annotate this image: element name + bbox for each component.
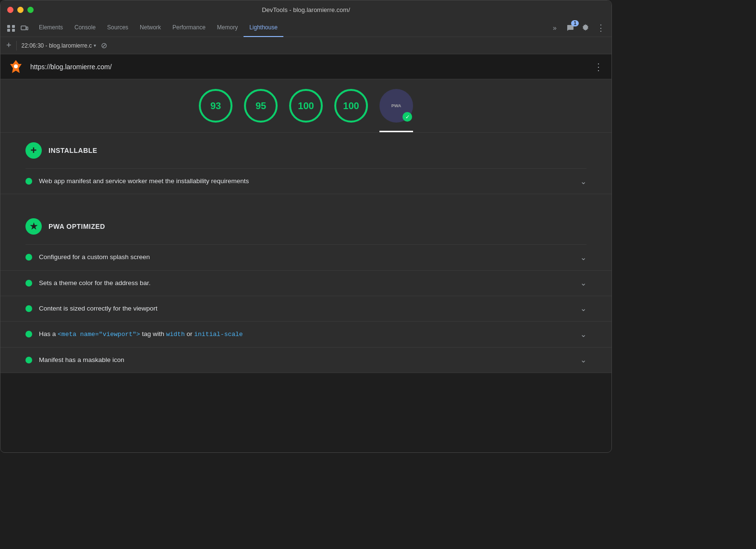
svg-rect-3 [12, 29, 15, 32]
pwa-section-icon: ★ [25, 218, 42, 235]
tab-performance[interactable]: Performance [167, 19, 211, 37]
more-tabs-button[interactable]: » [548, 21, 561, 35]
svg-rect-0 [7, 25, 10, 28]
cancel-session-button[interactable]: ⊘ [101, 41, 107, 50]
audit-text-pwa-5: Manifest has a maskable icon [39, 355, 573, 365]
audit-text-pwa-4: Has a <meta name="viewport"> tag with wi… [39, 329, 573, 339]
svg-rect-5 [26, 27, 28, 30]
lighthouse-logo [8, 59, 24, 75]
session-selector[interactable]: 22:06:30 - blog.laromierre.c ▾ [22, 42, 97, 49]
score-seo[interactable]: 100 [334, 89, 368, 123]
installable-section-icon: + [25, 142, 42, 159]
pwa-check-icon: ✓ [402, 112, 412, 122]
audit-pass-dot [25, 178, 32, 185]
tabs-list: Elements Console Sources Network Perform… [33, 19, 283, 37]
tab-elements[interactable]: Elements [33, 19, 69, 37]
section-spacer [0, 194, 611, 209]
audit-pass-dot [25, 305, 32, 312]
score-accessibility[interactable]: 95 [244, 89, 278, 123]
devtools-icon-btn[interactable] [4, 21, 18, 35]
more-options-button[interactable]: ⋮ [594, 21, 608, 35]
svg-rect-4 [21, 26, 26, 30]
svg-point-8 [14, 64, 18, 68]
tab-console[interactable]: Console [69, 19, 101, 37]
audit-pass-dot [25, 357, 32, 363]
toolbar-row: + 22:06:30 - blog.laromierre.c ▾ ⊘ [0, 37, 611, 54]
tabs-right-actions: » 1 ⋮ [548, 21, 608, 35]
main-content: + INSTALLABLE Web app manifest and servi… [0, 133, 611, 373]
code-meta-viewport: <meta name="viewport"> [58, 331, 140, 338]
traffic-lights [7, 7, 34, 13]
title-bar: DevTools - blog.laromierre.com/ [0, 0, 611, 19]
devtools-tabs-bar: Elements Console Sources Network Perform… [0, 19, 611, 37]
audit-text-installable-1: Web app manifest and service worker meet… [39, 176, 573, 186]
code-width: width [166, 331, 185, 338]
tab-network[interactable]: Network [134, 19, 167, 37]
session-dropdown-arrow: ▾ [94, 43, 96, 48]
url-more-button[interactable]: ⋮ [594, 61, 604, 73]
url-display: https://blog.laromierre.com/ [30, 63, 587, 71]
chat-button[interactable]: 1 [563, 21, 577, 35]
audit-expand-chevron[interactable]: ⌄ [580, 355, 586, 364]
audit-row-pwa-2[interactable]: Sets a theme color for the address bar. … [0, 271, 611, 296]
section-pwa-header: ★ PWA OPTIMIZED [0, 209, 611, 244]
section-installable-header: + INSTALLABLE [0, 133, 611, 168]
tab-memory[interactable]: Memory [211, 19, 244, 37]
audit-text-pwa-2: Sets a theme color for the address bar. [39, 278, 573, 288]
chat-badge: 1 [571, 20, 579, 26]
pwa-section-title: PWA OPTIMIZED [49, 223, 105, 230]
settings-button[interactable] [579, 21, 592, 35]
audit-pass-dot [25, 280, 32, 287]
svg-rect-1 [12, 25, 15, 28]
code-initial-scale: initial-scale [194, 331, 243, 338]
minimize-button[interactable] [17, 7, 24, 13]
tab-sources[interactable]: Sources [101, 19, 134, 37]
scores-area: 93 95 100 100 PWA ✓ [0, 79, 611, 133]
device-toggle-button[interactable] [18, 21, 31, 35]
audit-pass-dot [25, 254, 32, 261]
window-title: DevTools - blog.laromierre.com/ [262, 6, 350, 13]
audit-text-pwa-1: Configured for a custom splash screen [39, 252, 573, 262]
score-best-practices[interactable]: 100 [289, 89, 323, 123]
audit-expand-chevron[interactable]: ⌄ [580, 278, 586, 287]
pwa-score-container: PWA ✓ [379, 89, 413, 132]
active-score-indicator [379, 131, 413, 132]
pwa-badge-text: PWA [391, 104, 402, 108]
audit-row-pwa-5[interactable]: Manifest has a maskable icon ⌄ [0, 348, 611, 373]
audit-expand-chevron[interactable]: ⌄ [580, 304, 586, 313]
pwa-badge[interactable]: PWA ✓ [379, 89, 413, 123]
svg-rect-2 [7, 29, 10, 32]
audit-pass-dot [25, 331, 32, 337]
audit-expand-chevron[interactable]: ⌄ [580, 253, 586, 262]
audit-row-pwa-1[interactable]: Configured for a custom splash screen ⌄ [0, 245, 611, 270]
audit-row-pwa-4[interactable]: Has a <meta name="viewport"> tag with wi… [0, 322, 611, 348]
score-performance[interactable]: 93 [199, 89, 232, 123]
audit-row-installable-1[interactable]: Web app manifest and service worker meet… [0, 169, 611, 194]
audit-expand-chevron[interactable]: ⌄ [580, 177, 586, 186]
tab-lighthouse[interactable]: Lighthouse [244, 19, 283, 37]
installable-section-title: INSTALLABLE [49, 147, 98, 154]
maximize-button[interactable] [27, 7, 34, 13]
audit-row-pwa-3[interactable]: Content is sized correctly for the viewp… [0, 296, 611, 322]
audit-text-pwa-3: Content is sized correctly for the viewp… [39, 304, 573, 313]
close-button[interactable] [7, 7, 13, 13]
audit-expand-chevron[interactable]: ⌄ [580, 330, 586, 339]
url-bar: https://blog.laromierre.com/ ⋮ [0, 54, 611, 79]
add-session-button[interactable]: + [6, 40, 12, 50]
